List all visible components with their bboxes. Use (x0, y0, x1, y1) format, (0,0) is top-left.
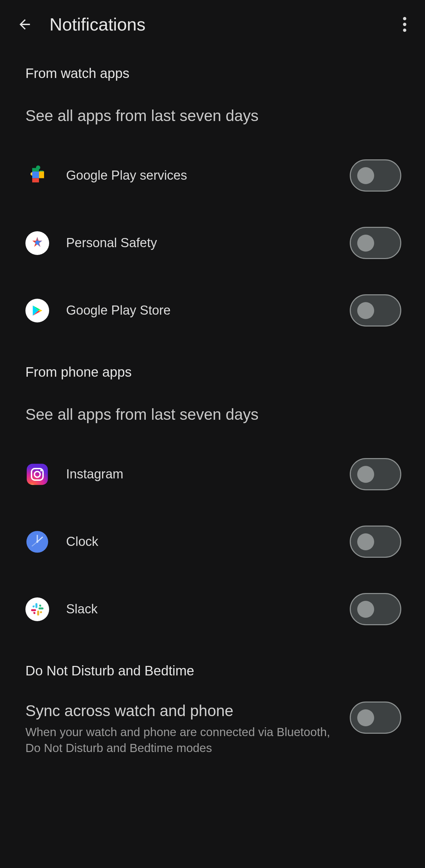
overflow-menu-button[interactable] (400, 14, 410, 35)
see-all-phone-apps-link[interactable]: See all apps from last seven days (0, 390, 425, 440)
svg-point-18 (36, 541, 38, 543)
app-row-personal-safety[interactable]: Personal Safety (0, 209, 425, 277)
toggle-thumb (357, 466, 374, 483)
svg-rect-19 (36, 603, 38, 608)
app-row-clock[interactable]: Clock (0, 508, 425, 575)
section-watch-apps-label: From watch apps (0, 45, 425, 91)
google-play-services-icon (25, 164, 49, 188)
instagram-icon (25, 462, 49, 486)
app-name-label: Clock (66, 534, 333, 549)
clock-icon (25, 530, 49, 554)
sync-title: Sync across watch and phone (25, 702, 336, 720)
app-row-google-play-store[interactable]: Google Play Store (0, 277, 425, 344)
svg-point-8 (35, 240, 39, 244)
app-row-instagram[interactable]: Instagram (0, 440, 425, 508)
header: Notifications (0, 0, 425, 45)
slack-icon (25, 597, 49, 621)
svg-rect-9 (27, 463, 48, 485)
app-name-label: Google Play services (66, 168, 333, 183)
back-button[interactable] (17, 17, 33, 32)
svg-rect-21 (37, 610, 39, 615)
svg-rect-3 (32, 171, 39, 178)
google-play-store-icon (25, 299, 49, 322)
toggle-personal-safety[interactable] (350, 227, 401, 259)
toggle-slack[interactable] (350, 593, 401, 625)
section-dnd-bedtime-label: Do Not Disturb and Bedtime (0, 643, 425, 689)
toggle-google-play-store[interactable] (350, 294, 401, 327)
app-row-slack[interactable]: Slack (0, 575, 425, 643)
see-all-watch-apps-link[interactable]: See all apps from last seven days (0, 91, 425, 142)
toggle-instagram[interactable] (350, 458, 401, 490)
toggle-thumb (357, 709, 374, 726)
sync-text-block: Sync across watch and phone When your wa… (25, 702, 336, 756)
more-vert-icon (403, 17, 406, 32)
svg-point-1 (403, 23, 406, 26)
svg-point-7 (36, 165, 40, 170)
svg-rect-5 (39, 171, 44, 178)
app-row-google-play-services[interactable]: Google Play services (0, 142, 425, 209)
toggle-thumb (357, 533, 374, 550)
toggle-thumb (357, 167, 374, 184)
svg-point-12 (40, 470, 42, 471)
toggle-thumb (357, 235, 374, 252)
toggle-thumb (357, 302, 374, 319)
svg-rect-22 (31, 609, 36, 611)
toggle-google-play-services[interactable] (350, 159, 401, 192)
page-title: Notifications (49, 14, 383, 35)
svg-point-0 (403, 17, 406, 20)
toggle-sync[interactable] (350, 702, 401, 734)
svg-point-2 (403, 28, 406, 32)
arrow-left-icon (17, 17, 33, 32)
svg-rect-20 (39, 607, 44, 609)
app-name-label: Personal Safety (66, 236, 333, 250)
sync-setting-row[interactable]: Sync across watch and phone When your wa… (0, 689, 425, 756)
app-name-label: Google Play Store (66, 303, 333, 318)
sync-description: When your watch and phone are connected … (25, 724, 336, 756)
personal-safety-icon (25, 231, 49, 255)
app-name-label: Slack (66, 602, 333, 616)
toggle-thumb (357, 601, 374, 618)
app-name-label: Instagram (66, 467, 333, 481)
section-phone-apps-label: From phone apps (0, 344, 425, 390)
svg-rect-4 (32, 178, 39, 182)
toggle-clock[interactable] (350, 526, 401, 558)
